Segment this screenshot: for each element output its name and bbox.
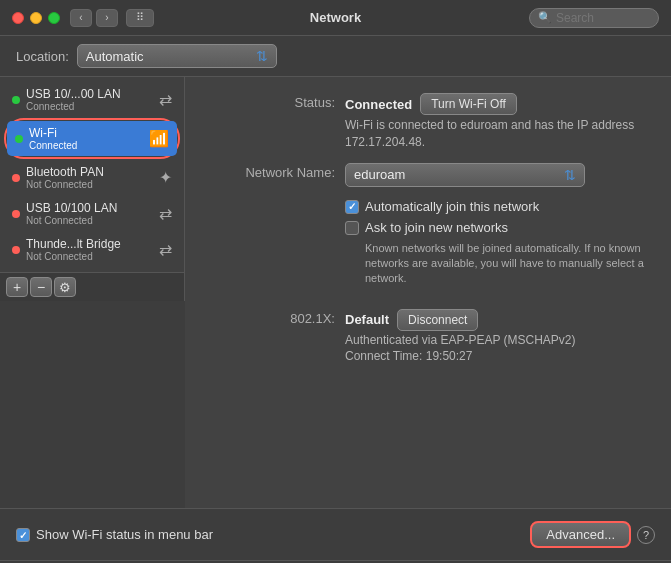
advanced-button[interactable]: Advanced... <box>530 521 631 548</box>
remove-network-button[interactable]: − <box>30 277 52 297</box>
auto-join-row: ✓ Automatically join this network Ask to… <box>205 199 651 297</box>
status-connected-text: Connected <box>345 97 412 112</box>
sidebar-item-bluetooth-pan[interactable]: Bluetooth PAN Not Connected ✦ <box>4 160 180 195</box>
sidebar-item-wifi[interactable]: Wi-Fi Connected 📶 <box>7 121 177 156</box>
location-bar: Location: Automatic ⇅ <box>0 36 671 77</box>
sidebar: USB 10/...00 LAN Connected ⇄ Wi-Fi Conne… <box>0 77 185 272</box>
minimize-button[interactable] <box>30 12 42 24</box>
show-wifi-row: ✓ Show Wi-Fi status in menu bar <box>16 527 530 542</box>
network-name-row: Network Name: eduroam ⇅ <box>205 163 651 187</box>
network-arrow-icon: ⇅ <box>564 167 576 183</box>
main-area: USB 10/...00 LAN Connected ⇄ Wi-Fi Conne… <box>0 77 671 508</box>
forward-button[interactable]: › <box>96 9 118 27</box>
wifi-item-name: Wi-Fi <box>29 126 143 140</box>
ask-join-checkbox-row: Ask to join new networks <box>345 220 651 235</box>
bluetooth-icon: ✦ <box>159 168 172 187</box>
sidebar-item-thunderbolt[interactable]: Thunde...lt Bridge Not Connected ⇄ <box>4 232 180 267</box>
status-label: Status: <box>205 93 345 110</box>
sidebar-item-usb10-00-lan[interactable]: USB 10/...00 LAN Connected ⇄ <box>4 82 180 117</box>
detail-panel: Status: Connected Turn Wi-Fi Off Wi-Fi i… <box>185 77 671 508</box>
search-icon: 🔍 <box>538 11 552 24</box>
thunderbolt-item-status: Not Connected <box>26 251 153 262</box>
network-gear-button[interactable]: ⚙ <box>54 277 76 297</box>
checkmark-icon: ✓ <box>348 201 356 212</box>
search-input[interactable] <box>556 11 650 25</box>
thunderbolt-icon: ⇄ <box>159 240 172 259</box>
back-button[interactable]: ‹ <box>70 9 92 27</box>
close-button[interactable] <box>12 12 24 24</box>
status-description: Wi-Fi is connected to eduroam and has th… <box>345 117 651 151</box>
auth-line2: Connect Time: 19:50:27 <box>345 349 651 363</box>
titlebar: ‹ › ⠿ Network 🔍 <box>0 0 671 36</box>
nav-buttons: ‹ › <box>70 9 118 27</box>
show-wifi-checkbox[interactable]: ✓ <box>16 528 30 542</box>
known-networks-note: Known networks will be joined automatica… <box>365 241 651 287</box>
checkmark-icon2: ✓ <box>19 530 27 541</box>
status-dot-green <box>12 96 20 104</box>
maximize-button[interactable] <box>48 12 60 24</box>
auto-join-label: Automatically join this network <box>365 199 539 214</box>
status-dot-red <box>12 174 20 182</box>
location-arrow-icon: ⇅ <box>256 48 268 64</box>
status-dot-red3 <box>12 246 20 254</box>
disconnect-button[interactable]: Disconnect <box>397 309 478 331</box>
status-value-area: Connected Turn Wi-Fi Off Wi-Fi is connec… <box>345 93 651 151</box>
item-name: USB 10/...00 LAN <box>26 87 153 101</box>
traffic-lights <box>12 12 60 24</box>
show-wifi-label: Show Wi-Fi status in menu bar <box>36 527 213 542</box>
wifi-item-status: Connected <box>29 140 143 151</box>
auth-line1: Authenticated via EAP-PEAP (MSCHAPv2) <box>345 333 651 347</box>
auto-join-checkbox-row: ✓ Automatically join this network <box>345 199 651 214</box>
status-dot-green-wifi <box>15 135 23 143</box>
item-status: Connected <box>26 101 153 112</box>
bluetooth-item-name: Bluetooth PAN <box>26 165 153 179</box>
ask-join-checkbox[interactable] <box>345 221 359 235</box>
auto-join-checkbox[interactable]: ✓ <box>345 200 359 214</box>
add-network-button[interactable]: + <box>6 277 28 297</box>
location-select[interactable]: Automatic ⇅ <box>77 44 277 68</box>
bluetooth-item-status: Not Connected <box>26 179 153 190</box>
thunderbolt-item-name: Thunde...lt Bridge <box>26 237 153 251</box>
grid-button[interactable]: ⠿ <box>126 9 154 27</box>
location-label: Location: <box>16 49 69 64</box>
dot1x-label: 802.1X: <box>205 309 345 326</box>
help-button[interactable]: ? <box>637 526 655 544</box>
network-name-value: eduroam <box>354 167 405 182</box>
ask-join-label: Ask to join new networks <box>365 220 508 235</box>
usb100-item-name: USB 10/100 LAN <box>26 201 153 215</box>
ethernet2-icon: ⇄ <box>159 204 172 223</box>
sidebar-toolbar: + − ⚙ <box>0 272 185 301</box>
usb100-item-status: Not Connected <box>26 215 153 226</box>
network-name-select[interactable]: eduroam ⇅ <box>345 163 585 187</box>
network-name-label: Network Name: <box>205 163 345 180</box>
ethernet-icon: ⇄ <box>159 90 172 109</box>
dot1x-value: Default <box>345 312 389 327</box>
sidebar-item-usb10-100-lan[interactable]: USB 10/100 LAN Not Connected ⇄ <box>4 196 180 231</box>
wifi-icon: 📶 <box>149 129 169 148</box>
status-dot-red2 <box>12 210 20 218</box>
dot1x-row: 802.1X: Default Disconnect Authenticated… <box>205 309 651 363</box>
wifi-ring-highlight: Wi-Fi Connected 📶 <box>4 118 180 159</box>
status-row: Status: Connected Turn Wi-Fi Off Wi-Fi i… <box>205 93 651 151</box>
location-value: Automatic <box>86 49 144 64</box>
turn-wifi-off-button[interactable]: Turn Wi-Fi Off <box>420 93 517 115</box>
bottom-bar: ✓ Show Wi-Fi status in menu bar Advanced… <box>0 508 671 560</box>
search-box[interactable]: 🔍 <box>529 8 659 28</box>
